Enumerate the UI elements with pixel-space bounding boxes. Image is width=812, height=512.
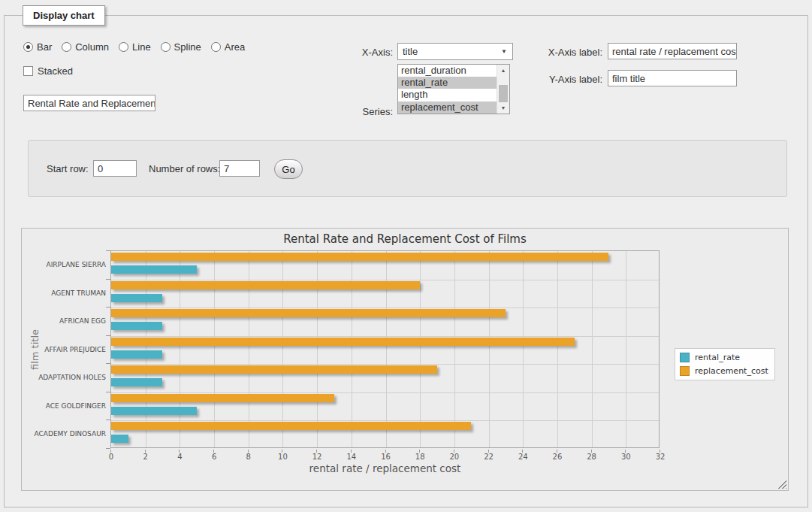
x-tick-mark	[351, 450, 352, 453]
x-tick-label: 14	[340, 453, 363, 461]
chart-type-radio-line[interactable]: Line	[119, 41, 151, 53]
category-label: ADAPTATION HOLES	[22, 373, 106, 382]
bar-replacement_cost	[111, 422, 471, 430]
gridline	[111, 336, 659, 337]
number-of-rows-input[interactable]	[219, 160, 260, 177]
gridline	[111, 364, 659, 365]
series-listbox[interactable]: rental_duration rental_rate length repla…	[397, 64, 510, 114]
radio-icon	[119, 42, 128, 52]
radio-icon	[62, 42, 71, 52]
x-tick-mark	[316, 450, 317, 453]
category-label: AGENT TRUMAN	[22, 289, 106, 298]
radio-label: Spline	[174, 41, 201, 53]
x-tick-label: 20	[443, 453, 466, 461]
x-tick-mark	[110, 450, 111, 453]
y-axis-label-input[interactable]	[608, 70, 737, 86]
x-axis-label-label: X-Axis label:	[538, 47, 602, 58]
listbox-scrollbar[interactable]: ▲ ▼	[497, 65, 509, 114]
gridline	[489, 251, 490, 447]
series-listbox-label: Series:	[339, 106, 393, 117]
radio-icon	[211, 42, 221, 52]
scroll-up-icon[interactable]: ▲	[497, 65, 509, 76]
legend-item: rental_rate	[680, 353, 768, 362]
x-tick-label: 24	[512, 453, 534, 461]
series-option-replacement-cost[interactable]: replacement_cost	[398, 101, 497, 114]
bar-rental_rate	[111, 407, 197, 415]
rows-panel: Start row: Number of rows: Go	[28, 140, 787, 197]
x-tick-label: 32	[649, 453, 672, 461]
chart-type-radio-column[interactable]: Column	[62, 41, 109, 53]
chart-type-radio-area[interactable]: Area	[211, 41, 245, 53]
scrollbar-thumb[interactable]	[499, 85, 508, 104]
x-tick-label: 6	[203, 453, 225, 461]
go-button[interactable]: Go	[274, 159, 303, 179]
radio-icon	[161, 42, 171, 52]
x-tick-label: 30	[614, 453, 637, 461]
x-tick-mark	[213, 450, 214, 453]
gridline	[420, 251, 421, 447]
bar-replacement_cost	[111, 309, 506, 317]
radio-label: Bar	[37, 41, 52, 53]
x-tick-mark	[454, 450, 454, 453]
fieldset-legend: Display chart	[23, 5, 105, 26]
chart-type-radio-group: Bar Column Line Spline Area	[23, 41, 245, 53]
gridline	[111, 308, 659, 308]
x-tick-mark	[248, 450, 249, 453]
category-label: ACADEMY DINOSAUR	[22, 429, 106, 438]
bar-replacement_cost	[111, 338, 575, 346]
bar-replacement_cost	[111, 365, 437, 374]
display-chart-fieldset: Display chart Bar Column Line Spline Are…	[4, 15, 808, 507]
x-tick-label: 26	[546, 453, 569, 461]
category-label: AIRPLANE SIERRA	[22, 260, 106, 269]
y-tick-mark	[106, 363, 110, 364]
gridline	[592, 251, 593, 447]
x-axis-select[interactable]: title ▼	[397, 43, 513, 60]
x-tick-label: 16	[375, 453, 397, 461]
x-tick-label: 12	[306, 453, 328, 461]
bar-rental_rate	[111, 435, 128, 443]
series-option-rental-duration[interactable]: rental_duration	[398, 65, 497, 77]
chart-type-radio-bar[interactable]: Bar	[23, 41, 52, 53]
series-option-rental-rate[interactable]: rental_rate	[398, 77, 497, 89]
scroll-down-icon[interactable]: ▼	[497, 102, 509, 114]
x-tick-mark	[419, 450, 420, 453]
bar-rental_rate	[111, 294, 162, 302]
series-option-length[interactable]: length	[398, 89, 497, 101]
stacked-checkbox[interactable]: Stacked	[23, 65, 73, 77]
chart-x-axis-title: rental rate / replacement cost	[110, 462, 660, 474]
chart-title-input[interactable]	[23, 95, 155, 111]
y-tick-mark	[106, 420, 110, 420]
bar-replacement_cost	[111, 281, 420, 289]
gridline	[626, 251, 626, 447]
x-axis-select-label: X-Axis:	[339, 47, 393, 58]
y-axis-label-label: Y-Axis label:	[538, 74, 602, 85]
chart-title: Rental Rate and Replacement Cost of Film…	[22, 232, 788, 246]
x-tick-label: 10	[271, 453, 294, 461]
x-tick-label: 4	[168, 453, 191, 461]
legend-label: rental_rate	[695, 353, 740, 362]
bar-rental_rate	[111, 322, 162, 330]
bar-rental_rate	[111, 350, 162, 359]
resize-handle-icon[interactable]	[777, 479, 786, 489]
x-axis-label-input[interactable]	[608, 43, 737, 59]
x-axis-selected-value: title	[398, 46, 501, 57]
y-tick-mark	[106, 250, 110, 251]
chart-plot-area	[110, 250, 660, 448]
start-row-label: Start row:	[47, 163, 89, 174]
radio-icon	[23, 42, 33, 52]
gridline	[111, 280, 659, 280]
x-tick-label: 0	[100, 453, 122, 461]
chart-type-radio-spline[interactable]: Spline	[161, 41, 201, 53]
bar-rental_rate	[111, 378, 162, 386]
chart-container: Rental Rate and Replacement Cost of Film…	[21, 228, 789, 491]
gridline	[454, 251, 455, 447]
category-label: AFRICAN EGG	[22, 317, 106, 326]
start-row-input[interactable]	[93, 160, 137, 177]
x-tick-label: 28	[581, 453, 603, 461]
legend-item: replacement_cost	[680, 366, 768, 376]
x-tick-mark	[488, 450, 489, 453]
number-of-rows-label: Number of rows:	[149, 163, 220, 174]
x-tick-mark	[179, 450, 180, 453]
legend-swatch	[680, 353, 690, 362]
x-tick-mark	[660, 450, 660, 453]
